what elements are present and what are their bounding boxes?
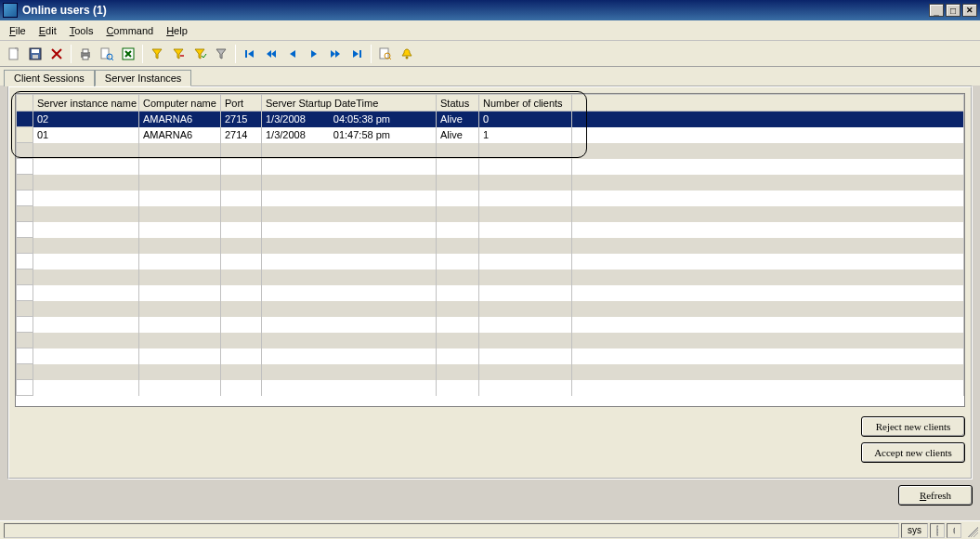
table-row-empty [17,191,964,206]
menu-help[interactable]: Help [166,25,188,36]
row-selector[interactable] [17,112,33,127]
col-instance-name[interactable]: Server instance name [33,95,139,112]
col-spacer [572,95,964,112]
next-icon[interactable] [304,44,324,64]
menu-command[interactable]: Command [106,25,153,36]
excel-icon[interactable] [118,44,138,64]
table-row-empty [17,206,964,222]
svg-rect-3 [33,55,38,59]
svg-rect-12 [245,50,247,58]
svg-rect-6 [83,56,88,59]
svg-rect-11 [180,55,184,57]
reject-clients-button[interactable]: Reject new clients [861,416,965,437]
svg-rect-13 [359,50,361,58]
server-grid[interactable]: Server instance name Computer name Port … [15,93,965,407]
maximize-button[interactable]: □ [946,4,960,17]
svg-rect-5 [83,49,88,53]
table-row-empty [17,333,964,348]
col-computer-name[interactable]: Computer name [139,95,221,112]
last-icon[interactable] [346,44,367,64]
cell-spacer [572,112,964,127]
menu-bar: File Edit Tools Command Help [0,20,980,41]
toolbar [0,41,980,67]
preview-icon[interactable] [97,44,117,64]
tab-server-instances[interactable]: Server Instances [95,70,192,86]
menu-file[interactable]: File [9,25,26,36]
table-row-empty [17,159,964,175]
svg-point-17 [406,56,409,59]
cell-datetime: 1/3/200804:05:38 pm [262,112,437,127]
close-button[interactable]: ✕ [962,4,977,17]
title-bar: Online users (1) _ □ ✕ [0,0,980,20]
table-row-empty [17,254,964,270]
new-icon[interactable] [4,44,24,64]
table-row-empty [17,380,964,396]
print-icon[interactable] [75,44,96,64]
filter-edit-icon[interactable] [168,44,189,64]
svg-line-9 [111,59,113,60]
cell-spacer [572,127,964,143]
cell-computer: AMARNA6 [139,127,221,143]
bell-icon[interactable] [397,44,417,64]
cell-clients: 0 [479,112,572,127]
status-table-icon [930,523,945,538]
search-icon[interactable] [375,44,396,64]
svg-rect-7 [101,48,109,59]
table-row-empty [17,317,964,333]
table-row-empty [17,143,964,159]
first-icon[interactable] [240,44,260,64]
next-page-icon[interactable] [325,44,346,64]
table-row-empty [17,270,964,285]
svg-rect-18 [937,526,938,535]
cell-status: Alive [437,127,479,143]
resize-grip[interactable] [965,524,978,537]
tab-strip: Client Sessions Server Instances [0,67,980,85]
col-startup-datetime[interactable]: Server Startup DateTime [262,95,437,112]
menu-edit[interactable]: Edit [39,25,57,36]
cell-datetime: 1/3/200801:47:58 pm [262,127,437,143]
cell-port: 2715 [221,112,262,127]
status-sys: sys [901,523,928,538]
cell-clients: 1 [479,127,572,143]
table-row[interactable]: 01 AMARNA6 2714 1/3/200801:47:58 pm Aliv… [17,127,964,143]
svg-rect-0 [9,48,18,59]
status-disk-icon [947,523,961,538]
filter-apply-icon[interactable] [189,44,210,64]
cell-status: Alive [437,112,479,127]
cell-instance: 02 [33,112,139,127]
minimize-button[interactable]: _ [929,4,944,17]
row-header-blank [17,95,33,112]
svg-line-16 [389,58,391,59]
col-num-clients[interactable]: Number of clients [479,95,572,112]
cell-instance: 01 [33,127,139,143]
svg-rect-2 [32,49,39,53]
table-row-empty [17,348,964,364]
tab-client-sessions[interactable]: Client Sessions [4,70,95,86]
delete-icon[interactable] [46,44,67,64]
refresh-button[interactable]: Refresh [898,485,973,506]
cell-computer: AMARNA6 [139,112,221,127]
filter-clear-icon[interactable] [211,44,231,64]
col-status[interactable]: Status [437,95,479,112]
prev-page-icon[interactable] [261,44,281,64]
table-row-empty [17,301,964,317]
status-bar: sys [0,520,980,539]
table-row-empty [17,285,964,301]
table-row-empty [17,175,964,191]
filter-icon[interactable] [147,44,167,64]
app-icon [3,3,18,18]
cell-port: 2714 [221,127,262,143]
accept-clients-button[interactable]: Accept new clients [861,442,965,463]
table-row[interactable]: 02 AMARNA6 2715 1/3/200804:05:38 pm Aliv… [17,112,964,127]
content-panel: Server instance name Computer name Port … [7,85,973,480]
table-row-empty [17,222,964,238]
table-row-empty [17,364,964,380]
table-row-empty [17,238,964,254]
prev-icon[interactable] [282,44,303,64]
col-port[interactable]: Port [221,95,262,112]
menu-tools[interactable]: Tools [70,25,94,36]
row-selector[interactable] [17,127,33,143]
save-icon[interactable] [25,44,46,64]
window-title: Online users (1) [22,4,929,17]
